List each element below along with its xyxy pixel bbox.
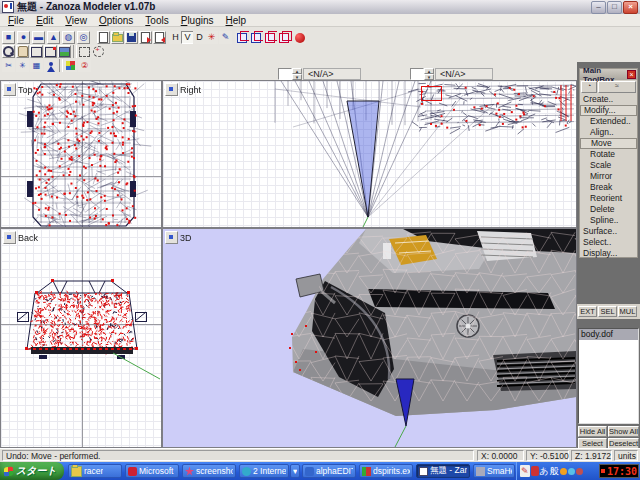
menu-options[interactable]: Options — [93, 15, 139, 26]
view-cube-4-icon[interactable] — [277, 31, 290, 44]
ime-red-icon[interactable] — [531, 466, 539, 476]
animation-na-label-2[interactable]: <N/A> — [435, 68, 493, 80]
menu-tools[interactable]: Tools — [139, 15, 174, 26]
tray-icon-2[interactable] — [568, 468, 575, 475]
frame-input-2[interactable] — [410, 68, 424, 80]
start-label: スタート — [16, 464, 57, 478]
title-bar[interactable]: 無題 - Zanoza Modeler v1.07b – □ × — [0, 0, 640, 14]
toolbox-item-delete[interactable]: Delete — [580, 204, 637, 215]
viewport-menu-icon[interactable] — [3, 83, 16, 96]
primitive-plane-icon[interactable]: ▬ — [32, 31, 45, 44]
ext-mode-button[interactable]: EXT — [578, 306, 597, 317]
step2-badge-icon[interactable]: ② — [78, 59, 91, 72]
viewport-menu-icon[interactable] — [165, 231, 178, 244]
viewport-top-canvas[interactable] — [1, 81, 161, 227]
menu-file[interactable]: File — [2, 15, 30, 26]
lasso-select-icon[interactable]: ✎ — [219, 31, 232, 44]
viewport-right-canvas[interactable] — [163, 81, 576, 227]
weld-tool-icon[interactable]: ✂ — [2, 59, 15, 72]
view-cube-1-icon[interactable] — [235, 31, 248, 44]
select-circle-icon[interactable] — [92, 45, 105, 58]
task-zmodeler[interactable]: 無題 - Zan... — [416, 464, 470, 478]
task-screenshot[interactable]: screenshot... — [182, 464, 236, 478]
new-file-icon[interactable] — [97, 31, 110, 44]
task-group-arrow[interactable]: ▾ — [290, 464, 300, 478]
task-alphaedit[interactable]: alphaEDIT — [302, 464, 356, 478]
toolbox-item-display[interactable]: Display... — [580, 248, 637, 259]
toolbox-item-move[interactable]: Move — [580, 138, 637, 149]
frame-input-1[interactable] — [278, 68, 292, 80]
task-dspirits[interactable]: dspirits.ex... — [359, 464, 413, 478]
select-rectangle-icon[interactable] — [78, 45, 91, 58]
viewport-3d-canvas[interactable] — [163, 229, 576, 447]
restore-button[interactable]: □ — [607, 1, 622, 14]
task-microsoft[interactable]: Microsoft ... — [125, 464, 179, 478]
ime-pen-icon[interactable]: ✎ — [520, 465, 530, 477]
object-list[interactable]: body.dof — [578, 328, 639, 424]
pan-tool-icon[interactable] — [16, 45, 29, 58]
view-cube-2-icon[interactable] — [249, 31, 262, 44]
toolbox-item-scale[interactable]: Scale — [580, 160, 637, 171]
task-racer[interactable]: racer — [68, 464, 122, 478]
person-tool-icon[interactable] — [44, 59, 57, 72]
toolbox-item-reorient[interactable]: Reorient — [580, 193, 637, 204]
ime-hiragana-icon[interactable]: あ — [540, 465, 549, 477]
menu-edit[interactable]: Edit — [30, 15, 59, 26]
start-button[interactable]: スタート — [0, 462, 64, 480]
primitive-ellipsoid-icon[interactable]: ◍ — [62, 31, 75, 44]
primitive-torus-icon[interactable]: ◎ — [77, 31, 90, 44]
mul-mode-button[interactable]: MUL — [618, 306, 637, 317]
toolbox-item-extended[interactable]: Extended.. — [580, 116, 637, 127]
toolbox-item-rotate[interactable]: Rotate — [580, 149, 637, 160]
animation-na-label-1[interactable]: <N/A> — [303, 68, 361, 80]
primitive-sphere-icon[interactable]: ● — [17, 31, 30, 44]
toolbox-item-break[interactable]: Break — [580, 182, 637, 193]
grid-tool-icon[interactable]: ▦ — [30, 59, 43, 72]
sel-mode-button[interactable]: SEL — [598, 306, 617, 317]
minimize-button[interactable]: – — [591, 1, 606, 14]
task-internet[interactable]: 2 Internet... — [239, 464, 289, 478]
menu-help[interactable]: Help — [220, 15, 253, 26]
save-file-icon[interactable] — [125, 31, 138, 44]
tray-icon-3[interactable] — [576, 468, 583, 475]
show-all-button[interactable]: Show All — [608, 426, 639, 437]
frame-spinner-1[interactable]: ▴ ▾ — [292, 68, 302, 80]
menu-plugins[interactable]: Plugins — [175, 15, 220, 26]
toolbox-title-bar[interactable]: Main ToolBox × — [580, 69, 637, 80]
snowflake-icon[interactable]: ✳ — [205, 31, 218, 44]
zoom-box-icon[interactable] — [30, 45, 43, 58]
toolbox-item-align[interactable]: Align.. — [580, 127, 637, 138]
toolbox-item-mirror[interactable]: Mirror — [580, 171, 637, 182]
render-sphere-icon[interactable] — [293, 31, 306, 44]
background-image-icon[interactable] — [58, 45, 71, 58]
viewport-menu-icon[interactable] — [3, 231, 16, 244]
open-file-icon[interactable] — [111, 31, 124, 44]
toolbox-item-spline[interactable]: Spline.. — [580, 215, 637, 226]
toolbox-item-select[interactable]: Select.. — [580, 237, 637, 248]
scene-extents-icon[interactable] — [44, 45, 57, 58]
primitive-cone-icon[interactable]: ▲ — [47, 31, 60, 44]
object-list-item-bodydof[interactable]: body.dof — [579, 329, 638, 340]
viewport-menu-icon[interactable] — [165, 83, 178, 96]
tray-icon-1[interactable] — [560, 468, 567, 475]
view-cube-3-icon[interactable] — [263, 31, 276, 44]
viewport-back-canvas[interactable] — [1, 229, 161, 447]
zoom-tool-icon[interactable] — [2, 45, 15, 58]
star-tool-icon[interactable]: ✳ — [16, 59, 29, 72]
primitive-box-icon[interactable]: ■ — [2, 31, 15, 44]
hide-all-button[interactable]: Hide All — [578, 426, 607, 437]
toolbox-close-icon[interactable]: × — [627, 70, 636, 79]
toolbox-item-create[interactable]: Create.. — [580, 94, 637, 105]
import-icon[interactable] — [139, 31, 152, 44]
close-button[interactable]: × — [623, 1, 638, 14]
ime-general-icon[interactable]: 般 — [550, 465, 559, 477]
toolbox-item-modify[interactable]: Modify... — [580, 105, 637, 116]
material-tool-icon[interactable] — [64, 59, 77, 72]
task-smahev[interactable]: SmaHev — [473, 464, 515, 478]
toolbox-spring-icon[interactable]: ≈ — [598, 81, 636, 93]
frame-spinner-2[interactable]: ▴ ▾ — [424, 68, 434, 80]
toolbox-knob-icon[interactable]: ◔ — [581, 81, 597, 93]
menu-view[interactable]: View — [59, 15, 93, 26]
toolbox-item-surface[interactable]: Surface.. — [580, 226, 637, 237]
export-icon[interactable] — [153, 31, 166, 44]
